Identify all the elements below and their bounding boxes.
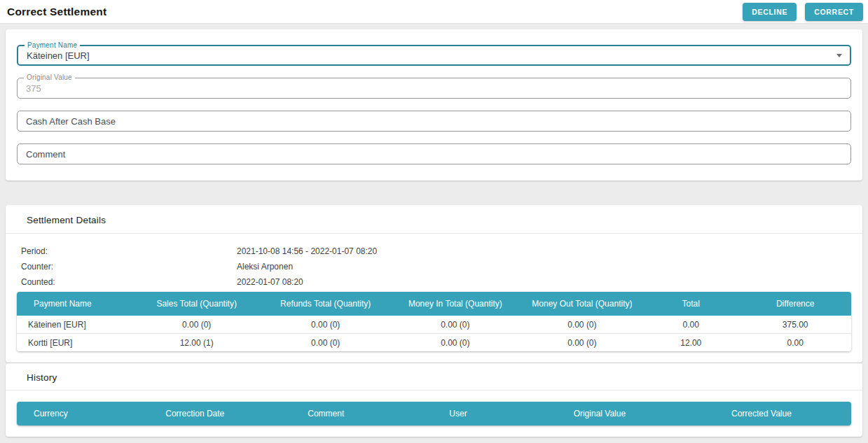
table-cell: Käteinen [EUR] [17, 316, 131, 333]
table-row: Käteinen [EUR]0.00 (0)0.00 (0)0.00 (0)0.… [17, 316, 851, 333]
settlement-details-title: Settlement Details [6, 205, 862, 233]
decline-button[interactable]: DECLINE [743, 3, 797, 21]
column-header: Original Value [528, 402, 672, 426]
correct-button[interactable]: CORRECT [805, 3, 863, 21]
column-header: Money In Total (Quantity) [389, 292, 521, 316]
column-header: Difference [739, 292, 851, 316]
column-header: Sales Total (Quantity) [131, 292, 262, 316]
dropdown-arrow-icon [836, 54, 842, 57]
payment-name-value: Käteinen [EUR] [27, 50, 90, 61]
column-header: Refunds Total (Quantity) [262, 292, 389, 316]
payment-name-label: Payment Name [25, 41, 80, 50]
topbar: Correct Settlement DECLINE CORRECT [0, 0, 868, 24]
column-header: Total [642, 292, 739, 316]
table-cell: 0.00 [642, 316, 739, 333]
detail-row: Period:2021-10-08 14:56 - 2022-01-07 08:… [21, 244, 862, 259]
detail-label: Counter: [21, 262, 237, 272]
table-cell: 375.00 [739, 316, 851, 333]
table-cell: 0.00 (0) [131, 316, 262, 333]
detail-value: Aleksi Arponen [237, 262, 293, 272]
column-header: Comment [263, 402, 389, 426]
table-cell: 0.00 (0) [262, 333, 389, 351]
table-cell: 12.00 (1) [131, 333, 262, 351]
cash-after-cash-base-input[interactable] [17, 111, 851, 132]
column-header: User [389, 402, 528, 426]
column-header: Payment Name [17, 292, 131, 316]
detail-row: Counter:Aleksi Arponen [21, 259, 862, 274]
table-cell: Kortti [EUR] [17, 333, 131, 351]
settlement-details-card: Settlement Details Period:2021-10-08 14:… [6, 205, 862, 363]
table-cell: 0.00 (0) [522, 333, 643, 351]
topbar-actions: DECLINE CORRECT [743, 3, 863, 21]
settlement-details-list: Period:2021-10-08 14:56 - 2022-01-07 08:… [6, 234, 862, 292]
detail-label: Period: [21, 246, 237, 256]
history-card: History CurrencyCorrection DateCommentUs… [6, 363, 862, 437]
payment-name-select[interactable]: Payment Name Käteinen [EUR] [17, 45, 851, 66]
table-cell: 0.00 (0) [389, 316, 521, 333]
column-header: Corrected Value [672, 402, 851, 426]
table-cell: 0.00 (0) [522, 316, 643, 333]
column-header: Correction Date [127, 402, 263, 426]
detail-value: 2022-01-07 08:20 [237, 277, 303, 287]
settlement-table: Payment NameSales Total (Quantity)Refund… [17, 292, 851, 351]
divider [6, 390, 862, 391]
history-table: CurrencyCorrection DateCommentUserOrigin… [17, 402, 851, 426]
original-value-text: 375 [26, 83, 41, 94]
column-header: Currency [17, 402, 127, 426]
page-title: Correct Settlement [7, 6, 106, 18]
original-value-field: Original Value 375 [17, 78, 851, 99]
detail-row: Counted:2022-01-07 08:20 [21, 274, 862, 290]
table-header-row: Payment NameSales Total (Quantity)Refund… [17, 292, 851, 316]
detail-label: Counted: [21, 277, 237, 287]
comment-input[interactable] [17, 143, 851, 164]
table-cell: 0.00 [739, 333, 851, 351]
table-cell: 12.00 [642, 333, 739, 351]
table-row: Kortti [EUR]12.00 (1)0.00 (0)0.00 (0)0.0… [17, 333, 851, 351]
original-value-label: Original Value [24, 73, 75, 82]
column-header: Money Out Total (Quantity) [522, 292, 643, 316]
table-cell: 0.00 (0) [262, 316, 389, 333]
table-header-row: CurrencyCorrection DateCommentUserOrigin… [17, 402, 851, 426]
detail-value: 2021-10-08 14:56 - 2022-01-07 08:20 [237, 246, 377, 256]
history-title: History [6, 363, 862, 390]
table-cell: 0.00 (0) [389, 333, 521, 351]
correction-form-card: Payment Name Käteinen [EUR] Original Val… [6, 29, 862, 181]
